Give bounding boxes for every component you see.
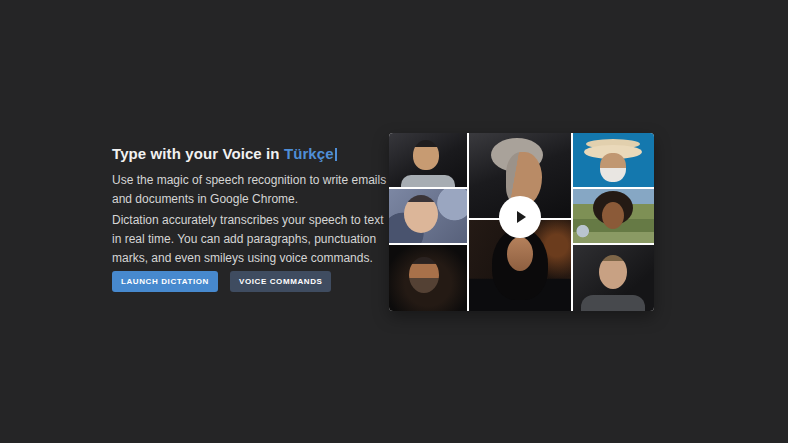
- hoodie-man-portrait: [573, 245, 654, 311]
- voice-commands-button[interactable]: VOICE COMMANDS: [230, 271, 332, 292]
- play-button[interactable]: [499, 196, 541, 238]
- headscarf-woman-portrait: [389, 189, 467, 243]
- curly-hair-woman-portrait: [573, 189, 654, 243]
- page-title: Type with your Voice in Türkçe: [112, 145, 412, 162]
- action-buttons: LAUNCH DICTATION VOICE COMMANDS: [112, 271, 331, 292]
- play-icon: [517, 211, 526, 223]
- dictation-hero-page: Type with your Voice in Türkçe Use the m…: [0, 0, 788, 443]
- text-caret: [335, 148, 337, 161]
- smiling-bearded-man-portrait: [389, 245, 467, 311]
- intro-paragraph: Use the magic of speech recognition to w…: [112, 171, 388, 209]
- thumbnail-column-left: [389, 133, 467, 311]
- video-thumbnail[interactable]: [389, 133, 654, 311]
- description-paragraph: Dictation accurately transcribes your sp…: [112, 211, 388, 268]
- thumbnail-column-right: [573, 133, 654, 311]
- launch-dictation-button[interactable]: LAUNCH DICTATION: [112, 271, 218, 292]
- asian-man-portrait: [389, 133, 467, 187]
- title-prefix: Type with your Voice in: [112, 145, 284, 162]
- title-language: Türkçe: [284, 145, 334, 162]
- man-with-hat-sunglasses-portrait: [573, 133, 654, 187]
